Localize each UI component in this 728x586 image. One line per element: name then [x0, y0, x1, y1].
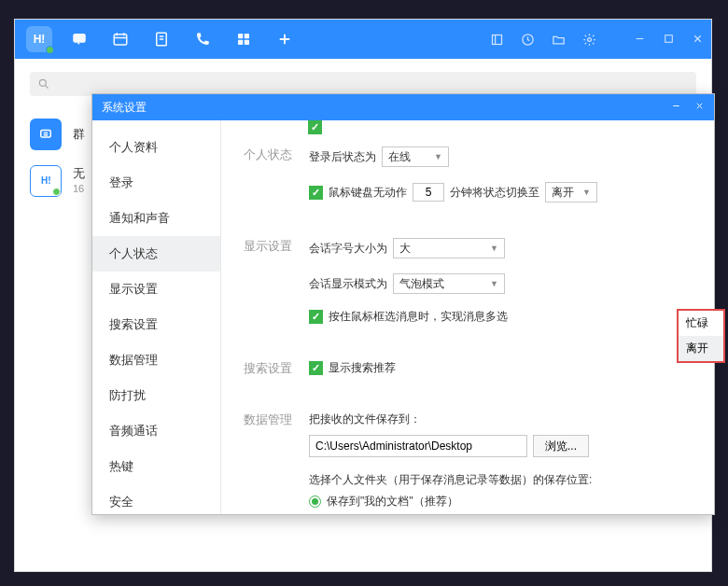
partial-visible-row: ✓: [308, 120, 322, 134]
search-icon: [37, 77, 50, 91]
history-icon[interactable]: [521, 33, 535, 47]
nav-data[interactable]: 数据管理: [92, 342, 220, 378]
login-status-row: 登录后状态为 在线▼: [309, 146, 692, 167]
apps-tab-icon[interactable]: [235, 31, 252, 48]
radio-row: 保存到"我的文档"（推荐）: [309, 494, 692, 509]
settings-nav: 个人资料 登录 通知和声音 个人状态 显示设置 搜索设置 数据管理 防打扰 音频…: [92, 120, 221, 514]
search-rec-checkbox[interactable]: ✓: [309, 361, 323, 375]
phone-tab-icon[interactable]: [194, 31, 211, 48]
dropdown-option-away[interactable]: 离开: [679, 336, 723, 361]
svg-rect-3: [238, 34, 243, 38]
idle-checkbox[interactable]: ✓: [309, 186, 323, 200]
close-icon[interactable]: [692, 33, 704, 47]
status-dropdown-popup: 忙碌 离开: [677, 309, 725, 363]
svg-rect-6: [245, 40, 249, 45]
browse-button[interactable]: 浏览...: [533, 435, 589, 457]
notes-tab-icon[interactable]: [153, 31, 170, 48]
contact-name: 群: [73, 127, 85, 143]
contact-name: 无: [73, 166, 85, 182]
nav-security[interactable]: 安全: [92, 484, 220, 514]
nav-notifications[interactable]: 通知和声音: [92, 201, 220, 236]
dropdown-option-busy[interactable]: 忙碌: [679, 311, 723, 336]
status-online-dot: [52, 188, 61, 196]
font-size-row: 会话字号大小为 大▼: [309, 238, 692, 258]
svg-point-11: [39, 79, 46, 86]
display-mode-row: 会话显示模式为 气泡模式▼: [309, 273, 692, 294]
idle-status-select[interactable]: 离开▼: [545, 182, 597, 202]
section-display: 显示设置 会话字号大小为 大▼ 会话显示模式为 气泡模式▼: [244, 238, 692, 340]
svg-rect-4: [245, 34, 249, 38]
idle-status-row: ✓ 鼠标键盘无动作 分钟将状态切换至 离开▼: [309, 182, 692, 202]
nav-hotkeys[interactable]: 热键: [92, 449, 220, 484]
nav-login[interactable]: 登录: [92, 165, 220, 201]
section-header: 数据管理: [244, 412, 309, 514]
label: 鼠标键盘无动作: [329, 185, 407, 201]
close-icon[interactable]: [694, 101, 705, 114]
caret-down-icon: ▼: [577, 188, 591, 197]
nav-search[interactable]: 搜索设置: [92, 307, 220, 342]
header-right-icons: [490, 33, 704, 47]
svg-rect-10: [665, 35, 673, 42]
settings-title-text: 系统设置: [102, 100, 147, 116]
path-row: 浏览...: [309, 435, 692, 457]
folder-label-row: 选择个人文件夹（用于保存消息记录等数据）的保存位置:: [309, 472, 692, 488]
settings-titlebar[interactable]: 系统设置: [92, 94, 714, 120]
status-online-dot: [46, 46, 54, 54]
label: 会话显示模式为: [309, 276, 387, 292]
settings-body: 个人资料 登录 通知和声音 个人状态 显示设置 搜索设置 数据管理 防打扰 音频…: [92, 120, 714, 514]
svg-rect-5: [238, 40, 243, 45]
svg-point-9: [588, 37, 592, 41]
save-path-input[interactable]: [309, 435, 527, 457]
section-data: 数据管理 把接收的文件保存到： 浏览... 选择个人文件夹（用于保存消息记录等数…: [244, 412, 692, 514]
section-header: 搜索设置: [244, 360, 309, 391]
label: 登录后状态为: [309, 149, 376, 165]
settings-window-controls: [671, 101, 705, 114]
drag-checkbox[interactable]: ✓: [309, 310, 323, 324]
avatar-badge: H!: [34, 33, 46, 46]
header-nav-tabs: [71, 31, 293, 48]
contact-avatar-icon: H!: [30, 165, 62, 197]
svg-rect-1: [114, 35, 127, 45]
svg-rect-0: [73, 34, 86, 43]
nav-audio[interactable]: 音频通话: [92, 413, 220, 449]
section-search: 搜索设置 ✓ 显示搜索推荐: [244, 360, 692, 391]
drag-select-row: ✓ 按住鼠标框选消息时，实现消息多选: [309, 309, 692, 325]
login-status-select[interactable]: 在线▼: [382, 146, 449, 167]
font-size-select[interactable]: 大▼: [393, 238, 505, 258]
nav-dnd[interactable]: 防打扰: [92, 378, 220, 413]
display-mode-select[interactable]: 气泡模式▼: [393, 273, 505, 294]
save-docs-radio[interactable]: [309, 495, 321, 508]
caret-down-icon: ▼: [484, 279, 498, 288]
settings-content: ✓ 个人状态 登录后状态为 在线▼ ✓ 鼠标键盘无动作 分钟将状态切: [221, 120, 714, 514]
chat-tab-icon[interactable]: [71, 31, 88, 48]
screenshot-icon[interactable]: [490, 33, 504, 47]
header-bar: H!: [15, 20, 711, 59]
add-tab-icon[interactable]: [276, 31, 293, 48]
svg-text:H!: H!: [41, 175, 51, 186]
label: 保存到"我的文档"（推荐）: [327, 494, 458, 509]
svg-rect-7: [493, 35, 502, 44]
contact-sub: 16: [73, 182, 85, 195]
window-controls: [634, 33, 704, 47]
nav-profile[interactable]: 个人资料: [92, 130, 220, 165]
nav-display[interactable]: 显示设置: [92, 272, 220, 307]
minimize-icon[interactable]: [671, 101, 681, 114]
maximize-icon[interactable]: [663, 33, 675, 47]
folder-icon[interactable]: [552, 33, 566, 47]
user-avatar[interactable]: H!: [26, 26, 52, 52]
calendar-tab-icon[interactable]: [112, 31, 129, 48]
checkbox-checked-icon[interactable]: ✓: [308, 120, 322, 134]
gear-icon[interactable]: [582, 33, 596, 47]
label: 分钟将状态切换至: [450, 185, 539, 201]
label: 把接收的文件保存到：: [309, 412, 421, 427]
save-to-label-row: 把接收的文件保存到：: [309, 412, 692, 427]
label: 会话字号大小为: [309, 241, 387, 257]
label: 显示搜索推荐: [329, 360, 396, 376]
label: 按住鼠标框选消息时，实现消息多选: [329, 309, 508, 325]
section-status: 个人状态 登录后状态为 在线▼ ✓ 鼠标键盘无动作 分钟将状态切换至: [244, 146, 692, 217]
nav-status[interactable]: 个人状态: [92, 236, 220, 272]
caret-down-icon: ▼: [428, 152, 442, 161]
label: 选择个人文件夹（用于保存消息记录等数据）的保存位置:: [309, 472, 592, 488]
minimize-icon[interactable]: [634, 33, 646, 47]
idle-minutes-input[interactable]: [413, 183, 444, 202]
